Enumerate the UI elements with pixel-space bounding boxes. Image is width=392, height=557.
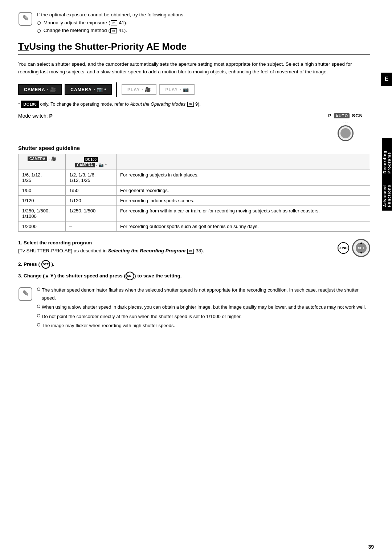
photo-icon: 📷 bbox=[97, 87, 103, 92]
play-photo-icon: 📷 bbox=[183, 87, 189, 92]
mode-separator bbox=[116, 82, 117, 97]
steps-section: 1. Select the recording program [Tv SHUT… bbox=[18, 239, 370, 280]
table-cell-col1: 1/250, 1/500, 1/1000 bbox=[19, 206, 66, 221]
mode-switch-label: Mode switch: P bbox=[18, 113, 53, 119]
top-note-text: If the optimal exposure cannot be obtain… bbox=[37, 11, 185, 34]
table-cell-col1: 1/2000 bbox=[19, 221, 66, 232]
play-video-icon: 🎥 bbox=[145, 87, 151, 92]
table-row: 1/501/50For general recordings. bbox=[19, 186, 370, 196]
step-2: 2. Press ( SET ). bbox=[18, 260, 370, 269]
step-3: 3. Change (▲▼) the shutter speed and pre… bbox=[18, 272, 370, 280]
bottom-note-icon: ✎ bbox=[18, 287, 33, 301]
table-cell-col2: 1/50 bbox=[66, 186, 117, 196]
top-note-box: ✎ If the optimal exposure cannot be obta… bbox=[18, 11, 370, 34]
mode-switch-row: Mode switch: P P AUTO SCN · · · bbox=[18, 113, 370, 141]
mode-dial bbox=[338, 125, 354, 141]
table-cell-col2: – bbox=[66, 221, 117, 232]
bullet-item: The image may flicker when recording wit… bbox=[37, 322, 370, 329]
svg-text:✎: ✎ bbox=[22, 289, 29, 298]
intro-text: You can select a shutter speed, and the … bbox=[18, 60, 370, 76]
bullet-item: The shutter speed denominator flashes wh… bbox=[37, 286, 370, 302]
camera-video-btn[interactable]: CAMERA · 🎥 bbox=[18, 84, 62, 95]
set-button-inline: SET bbox=[41, 260, 50, 269]
table-cell-col3: For recording from within a car or train… bbox=[117, 206, 370, 221]
table-col1-header: CAMERA · 🎥 bbox=[19, 154, 66, 170]
shutter-table: CAMERA · 🎥 DC100 CAMERA · 📷 * 1/6, 1/12,… bbox=[18, 154, 370, 232]
shutter-section-heading: Shutter speed guideline bbox=[18, 145, 370, 151]
table-cell-col3: For general recordings. bbox=[117, 186, 370, 196]
play-photo-btn: PLAY · 📷 bbox=[159, 84, 195, 95]
step-1: 1. Select the recording program [Tv SHUT… bbox=[18, 239, 370, 257]
svg-text:✎: ✎ bbox=[22, 14, 29, 23]
table-cell-col2: 1/250, 1/500 bbox=[66, 206, 117, 221]
bottom-note-box: ✎ The shutter speed denominator flashes … bbox=[18, 286, 370, 331]
page-number: 39 bbox=[368, 544, 374, 550]
table-cell-col1: 1/6, 1/12, 1/25 bbox=[19, 170, 66, 186]
table-cell-col2: 1/2, 1/3, 1/6, 1/12, 1/25 bbox=[66, 170, 117, 186]
table-cell-col3: For recording outdoor sports such as gol… bbox=[117, 221, 370, 232]
step1-icons: FUNC. ▲ SET ▼ bbox=[338, 239, 370, 257]
table-row: 1/1201/120For recording indoor sports sc… bbox=[19, 196, 370, 206]
mode-switch-diagram: P AUTO SCN · · · bbox=[328, 113, 363, 141]
table-row: 1/2000–For recording outdoor sports such… bbox=[19, 221, 370, 232]
page-title: TvUsing the Shutter-Priority AE Mode bbox=[18, 41, 370, 55]
note-icon: ✎ bbox=[18, 12, 33, 26]
video-icon: 🎥 bbox=[50, 87, 56, 92]
e-tab: E bbox=[381, 73, 392, 86]
right-sidebar-tab: Advanced Functions Recording Programs bbox=[382, 138, 392, 211]
table-cell-col3: For recording indoor sports scenes. bbox=[117, 196, 370, 206]
camera-photo-btn[interactable]: CAMERA · 📷 * bbox=[65, 84, 112, 95]
table-cell-col1: 1/120 bbox=[19, 196, 66, 206]
set-dial-1: ▲ SET ▼ bbox=[352, 239, 370, 257]
table-col2-header: DC100 CAMERA · 📷 * bbox=[66, 154, 117, 170]
footnote: * DC100 only. To change the operating mo… bbox=[18, 101, 370, 108]
table-row: 1/6, 1/12, 1/251/2, 1/3, 1/6, 1/12, 1/25… bbox=[19, 170, 370, 186]
table-cell-col3: For recording subjects in dark places. bbox=[117, 170, 370, 186]
table-cell-col1: 1/50 bbox=[19, 186, 66, 196]
table-row: 1/250, 1/500, 1/10001/250, 1/500For reco… bbox=[19, 206, 370, 221]
mode-buttons-row: CAMERA · 🎥 CAMERA · 📷 * PLAY · 🎥 PLAY · … bbox=[18, 82, 370, 97]
bullet-item: Do not point the camcorder directly at t… bbox=[37, 313, 370, 320]
func-button: FUNC. bbox=[338, 242, 349, 254]
set-button-inline2: SET bbox=[126, 272, 134, 280]
p-auto-scn-label: P AUTO SCN bbox=[328, 113, 363, 118]
bottom-note-text: The shutter speed denominator flashes wh… bbox=[37, 286, 370, 331]
bullet-item: When using a slow shutter speed in dark … bbox=[37, 303, 370, 311]
table-col3-header bbox=[117, 154, 370, 170]
table-cell-col2: 1/120 bbox=[66, 196, 117, 206]
play-video-btn: PLAY · 🎥 bbox=[122, 84, 157, 95]
